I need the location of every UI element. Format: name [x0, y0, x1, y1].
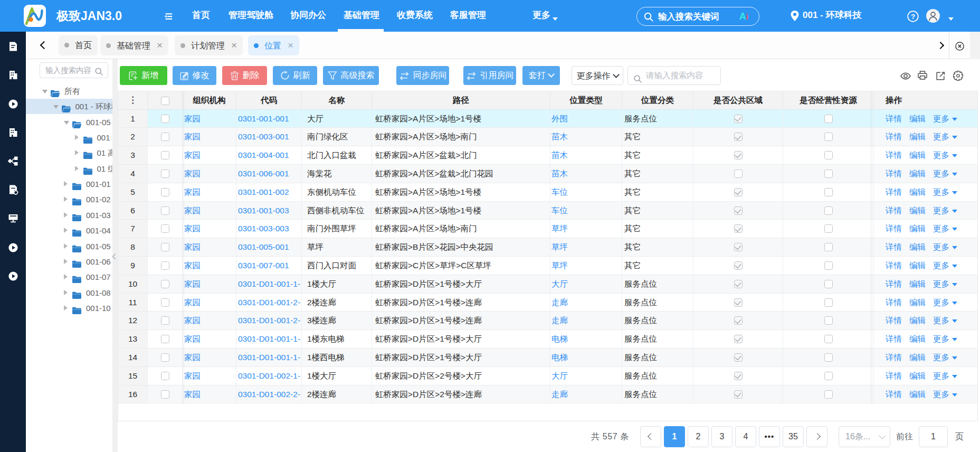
svg-text:?: ? [911, 13, 915, 21]
